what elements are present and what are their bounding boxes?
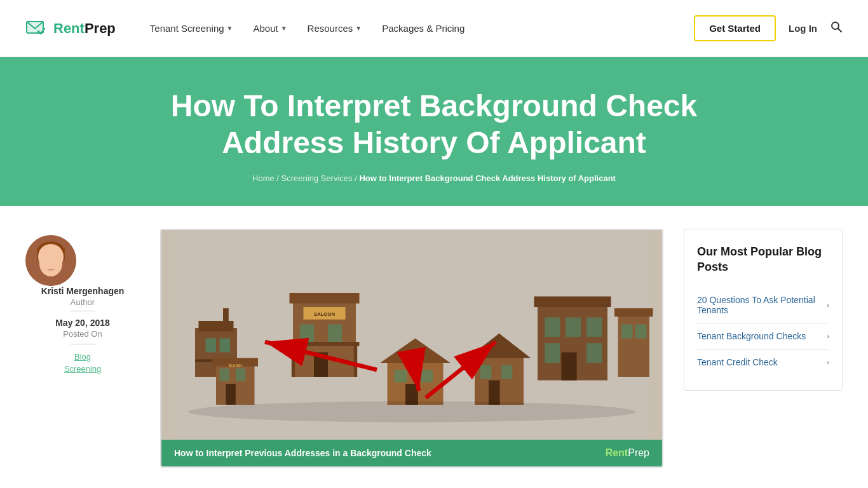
login-button[interactable]: Log In [789, 23, 817, 34]
town-illustration: SALOON [161, 230, 662, 440]
tag-blog[interactable]: Blog [25, 352, 140, 362]
header-actions: Get Started Log In [694, 15, 843, 41]
get-started-button[interactable]: Get Started [694, 15, 776, 41]
svg-rect-31 [545, 318, 560, 337]
article-image: SALOON [161, 230, 662, 440]
svg-rect-20 [290, 293, 360, 304]
sidebar-widget-title: Our Most Popular Blog Posts [697, 245, 829, 274]
hero-banner: How To Interpret Background Check Addres… [0, 57, 868, 206]
chevron-down-icon: ▼ [355, 25, 362, 32]
search-button[interactable] [830, 20, 843, 36]
svg-rect-38 [614, 308, 653, 316]
caption-text: How to Interpret Previous Addresses in a… [174, 448, 431, 458]
svg-rect-39 [621, 325, 633, 339]
sidebar-link-questions[interactable]: 20 Questions To Ask Potential Tenants › [697, 287, 829, 323]
svg-rect-11 [62, 248, 65, 261]
chevron-right-icon: › [827, 332, 829, 340]
svg-rect-49 [501, 365, 513, 379]
main-nav: Tenant Screening ▼ About ▼ Resources ▼ P… [141, 18, 694, 39]
svg-rect-57 [226, 384, 235, 405]
svg-rect-33 [587, 318, 602, 337]
nav-tenant-screening[interactable]: Tenant Screening ▼ [141, 18, 242, 39]
nav-about[interactable]: About ▼ [244, 18, 295, 39]
svg-rect-50 [489, 381, 500, 405]
avatar [25, 235, 76, 286]
breadcrumb: Home / Screening Services / How to Inter… [25, 173, 843, 183]
logo-icon [25, 17, 48, 40]
sidebar-link-background-checks[interactable]: Tenant Background Checks › [697, 323, 829, 349]
logo[interactable]: RentPrep [25, 17, 116, 40]
author-name: Kristi Mergenhagen [25, 286, 140, 296]
nav-resources[interactable]: Resources ▼ [299, 18, 371, 39]
svg-rect-18 [223, 308, 229, 321]
svg-rect-34 [545, 343, 560, 363]
caption-logo: RentPrep [606, 447, 649, 459]
svg-rect-32 [566, 318, 581, 337]
svg-rect-56 [236, 369, 245, 381]
breadcrumb-current: How to Interpret Background Check Addres… [359, 173, 616, 183]
author-date: May 20, 2018 [25, 318, 140, 328]
svg-line-3 [838, 29, 842, 32]
svg-point-8 [54, 260, 57, 264]
svg-rect-43 [395, 370, 407, 383]
svg-point-6 [39, 251, 62, 276]
main-content: Kristi Mergenhagen Author May 20, 2018 P… [0, 206, 868, 488]
svg-point-62 [188, 402, 635, 423]
svg-rect-40 [635, 325, 647, 339]
svg-rect-10 [37, 248, 40, 261]
svg-rect-30 [534, 297, 611, 308]
svg-text:BANK: BANK [229, 363, 243, 369]
author-divider [70, 311, 95, 311]
page-title: How To Interpret Background Check Addres… [123, 88, 745, 161]
svg-rect-44 [420, 370, 433, 383]
nav-packages-pricing[interactable]: Packages & Pricing [373, 18, 473, 39]
image-caption: How to Interpret Previous Addresses in a… [161, 440, 662, 466]
svg-rect-35 [587, 343, 602, 363]
breadcrumb-section[interactable]: Screening Services [281, 173, 353, 183]
chevron-down-icon: ▼ [227, 25, 233, 32]
sidebar-link-credit-check[interactable]: Tenant Credit Check › [697, 349, 829, 375]
breadcrumb-home[interactable]: Home [252, 173, 275, 183]
chevron-down-icon: ▼ [281, 25, 287, 32]
svg-rect-37 [618, 314, 650, 377]
tag-screening[interactable]: Screening [25, 364, 140, 374]
author-sidebar: Kristi Mergenhagen Author May 20, 2018 P… [25, 229, 140, 376]
svg-rect-55 [220, 369, 229, 381]
svg-rect-27 [354, 346, 358, 377]
svg-rect-14 [199, 321, 234, 332]
article-main: SALOON [160, 229, 663, 468]
author-posted-on: Posted On [25, 329, 140, 339]
article-image-wrapper: SALOON [160, 229, 663, 468]
svg-rect-28 [290, 342, 360, 346]
sidebar-widget: Our Most Popular Blog Posts 20 Questions… [684, 229, 843, 391]
svg-rect-15 [206, 339, 217, 353]
svg-rect-23 [300, 325, 314, 342]
right-sidebar: Our Most Popular Blog Posts 20 Questions… [684, 229, 843, 391]
search-icon [830, 20, 843, 33]
svg-text:SALOON: SALOON [314, 311, 335, 317]
site-header: RentPrep Tenant Screening ▼ About ▼ Reso… [0, 0, 868, 57]
svg-rect-24 [328, 325, 342, 342]
chevron-right-icon: › [827, 301, 829, 309]
svg-rect-48 [480, 365, 492, 379]
svg-point-7 [45, 260, 48, 264]
chevron-right-icon: › [827, 358, 829, 366]
svg-rect-36 [561, 353, 576, 381]
svg-point-9 [38, 241, 64, 257]
author-divider-2 [70, 344, 95, 344]
logo-text: RentPrep [53, 20, 116, 37]
author-role: Author [25, 297, 140, 307]
svg-rect-16 [220, 339, 231, 353]
